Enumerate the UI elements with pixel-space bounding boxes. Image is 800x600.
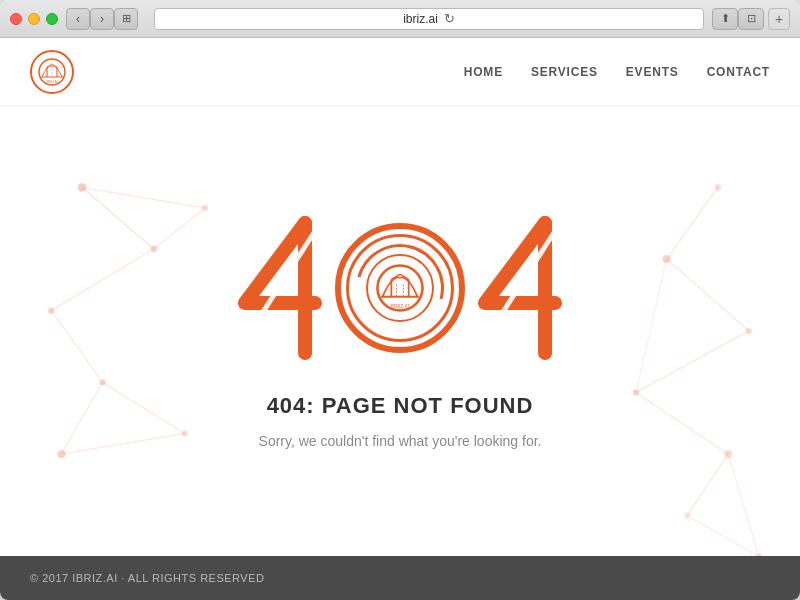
- svg-line-35: [636, 393, 728, 455]
- digit-zero: IBRIZ.AI: [335, 223, 465, 353]
- back-button[interactable]: ‹: [66, 8, 90, 30]
- svg-line-34: [636, 331, 749, 393]
- close-button[interactable]: [10, 13, 22, 25]
- browser-window: ‹ › ⊞ ibriz.ai ↻ ⬆ ⊡ +: [0, 0, 800, 600]
- nav-contact[interactable]: CONTACT: [707, 65, 770, 79]
- svg-line-24: [82, 187, 154, 249]
- svg-text:IBRIZ.AI: IBRIZ.AI: [391, 304, 409, 309]
- svg-line-26: [51, 249, 154, 311]
- nav-services[interactable]: SERVICES: [531, 65, 598, 79]
- svg-line-29: [62, 382, 103, 454]
- logo[interactable]: IBRIZ.AI: [30, 50, 74, 94]
- svg-line-27: [154, 208, 205, 249]
- svg-text:IBRIZ.AI: IBRIZ.AI: [46, 80, 58, 84]
- bookmark-button[interactable]: ⊡: [738, 8, 764, 30]
- new-tab-button[interactable]: +: [768, 8, 790, 30]
- error-title: 404: PAGE NOT FOUND: [267, 393, 534, 419]
- main-content: IBRIZ.AI 404: PAGE NOT FOUND Sorry, we c…: [0, 106, 800, 556]
- error-404-display: IBRIZ.AI: [225, 213, 575, 363]
- svg-line-30: [103, 382, 185, 433]
- error-subtitle: Sorry, we couldn't find what you're look…: [259, 433, 542, 449]
- svg-line-36: [687, 454, 728, 516]
- svg-line-31: [62, 434, 185, 455]
- website-content: IBRIZ.AI HOME SERVICES EVENTS CONTACT: [0, 38, 800, 600]
- reload-icon[interactable]: ↻: [444, 11, 455, 26]
- forward-button[interactable]: ›: [90, 8, 114, 30]
- minimize-button[interactable]: [28, 13, 40, 25]
- svg-line-28: [51, 310, 102, 382]
- zero-logo: IBRIZ.AI: [366, 254, 434, 322]
- digit-4-right: [465, 213, 575, 363]
- footer-copyright: © 2017 IBRIZ.AI · ALL RIGHTS RESERVED: [30, 572, 264, 584]
- logo-bridge-icon: IBRIZ.AI: [37, 57, 67, 87]
- browser-titlebar: ‹ › ⊞ ibriz.ai ↻ ⬆ ⊡ +: [0, 0, 800, 38]
- svg-line-33: [667, 259, 749, 331]
- svg-point-22: [684, 513, 690, 519]
- sidebar-button[interactable]: ⊞: [114, 8, 138, 30]
- traffic-lights: [10, 13, 58, 25]
- nav-events[interactable]: EVENTS: [626, 65, 679, 79]
- site-footer: © 2017 IBRIZ.AI · ALL RIGHTS RESERVED: [0, 556, 800, 600]
- nav-links: HOME SERVICES EVENTS CONTACT: [464, 65, 770, 79]
- svg-line-39: [636, 259, 667, 392]
- zero-bridge-icon: IBRIZ.AI: [374, 262, 426, 314]
- svg-line-32: [667, 187, 718, 259]
- maximize-button[interactable]: [46, 13, 58, 25]
- svg-line-37: [728, 454, 759, 556]
- url-text: ibriz.ai: [403, 12, 438, 26]
- digit-4-left: [225, 213, 335, 363]
- svg-line-25: [82, 187, 205, 208]
- share-button[interactable]: ⬆: [712, 8, 738, 30]
- nav-home[interactable]: HOME: [464, 65, 503, 79]
- address-bar[interactable]: ibriz.ai ↻: [154, 8, 704, 30]
- site-navigation: IBRIZ.AI HOME SERVICES EVENTS CONTACT: [0, 38, 800, 106]
